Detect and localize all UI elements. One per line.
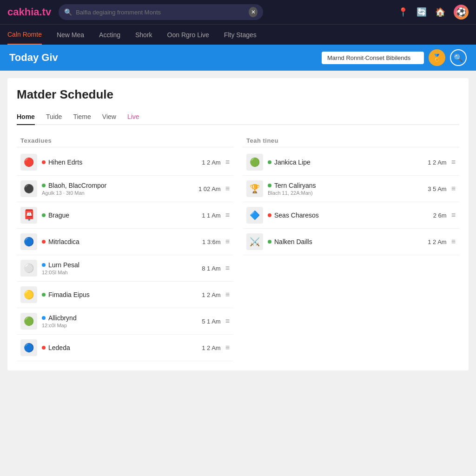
left-col-header: Texadiues: [17, 134, 233, 147]
search-icon: 🔍: [64, 8, 72, 16]
team-logo: 🟢: [246, 154, 263, 171]
nav-link-caln-romte[interactable]: Caln Romte: [7, 25, 42, 45]
time-info: 5 1 Am: [202, 318, 220, 325]
status-dot: [42, 316, 46, 320]
team-name: Blaoh, BlacCrompor: [42, 182, 194, 189]
team-info: Fimadia Eipus: [42, 291, 197, 298]
menu-icon[interactable]: ≡: [451, 158, 456, 166]
team-info: Nalken Daills: [268, 238, 423, 245]
team-name: Nalken Daills: [268, 238, 423, 245]
tabs: Home Tuide Tieme View Live: [17, 109, 459, 125]
second-navbar: Caln Romte New Mea Accting Shork Oon Rgr…: [0, 24, 476, 45]
table-row: 🔷 Seas Charesos 2 6m ≡: [243, 202, 459, 229]
team-name: Fimadia Eipus: [42, 291, 197, 298]
team-logo: ⚪: [20, 260, 37, 277]
status-dot: [42, 160, 46, 164]
time-info: 1 02 Am: [198, 185, 221, 192]
tab-view[interactable]: View: [102, 109, 116, 125]
team-info: Allicbrynd 12:c0l Map: [42, 314, 197, 328]
team-info: Lededa: [42, 344, 197, 351]
menu-icon[interactable]: ≡: [225, 238, 230, 246]
time-info: 1 2 Am: [428, 238, 446, 245]
search-input[interactable]: [76, 9, 245, 16]
table-row: ⚔️ Nalken Daills 1 2 Am ≡: [243, 229, 459, 255]
team-name: Lurn Pesal: [42, 261, 197, 269]
right-col-header: Teah tineu: [243, 134, 459, 147]
table-row: ⚪ Lurn Pesal 12:0Sl Mah 8 1 Am ≡: [17, 255, 233, 282]
menu-icon[interactable]: ≡: [225, 158, 230, 166]
banner-avatar[interactable]: 🏅: [429, 49, 445, 66]
menu-icon[interactable]: ≡: [225, 185, 230, 193]
team-info: Seas Charesos: [268, 212, 429, 219]
menu-icon[interactable]: ≡: [225, 344, 230, 352]
team-name: Tern Caliryans: [268, 182, 423, 189]
team-logo: 🔵: [20, 233, 37, 250]
nav-link-shork[interactable]: Shork: [135, 26, 152, 44]
status-dot: [42, 346, 46, 350]
time-info: 1 1 Am: [202, 212, 220, 219]
schedule-grid: Texadiues 🔴 Hihen Edrts 1 2 Am ≡ ⚫: [17, 134, 459, 361]
menu-icon[interactable]: ≡: [451, 238, 456, 246]
time-info: 1 2 Am: [428, 159, 446, 166]
user-avatar[interactable]: ⚽: [454, 5, 469, 20]
logo-tv: .tv: [40, 6, 52, 18]
tab-tuide[interactable]: Tuide: [46, 109, 62, 125]
left-column: Texadiues 🔴 Hihen Edrts 1 2 Am ≡ ⚫: [17, 134, 233, 361]
table-row: 🔴 Hihen Edrts 1 2 Am ≡: [17, 149, 233, 176]
menu-icon[interactable]: ≡: [225, 317, 230, 325]
status-dot: [268, 213, 271, 217]
team-info: Hihen Edrts: [42, 159, 197, 166]
blue-banner: Today Giv Marnd Ronnit·Conset Bibilends …: [0, 45, 476, 71]
tab-live[interactable]: Live: [127, 109, 139, 125]
home-icon[interactable]: 🏠: [435, 7, 445, 17]
search-bar: 🔍 ✕: [59, 4, 263, 20]
nav-link-accting[interactable]: Accting: [99, 26, 120, 44]
nav-link-oon-rgro-live[interactable]: Oon Rgro Live: [167, 26, 209, 44]
clear-search-button[interactable]: ✕: [249, 7, 258, 17]
team-name: Jankica Lipe: [268, 159, 423, 166]
team-logo: ⚔️: [246, 233, 263, 250]
team-info: Lurn Pesal 12:0Sl Mah: [42, 261, 197, 275]
nav-link-flty-stages[interactable]: Flty Stages: [224, 26, 257, 44]
time-info: 3 5 Am: [428, 185, 446, 192]
time-info: 2 6m: [433, 212, 447, 219]
refresh-icon[interactable]: 🔄: [416, 7, 427, 17]
team-name: Brague: [42, 212, 197, 219]
team-logo: 🔴: [20, 154, 37, 171]
page-title: Matder Schedule: [17, 87, 459, 102]
status-dot: [268, 160, 271, 164]
nav-icons: 📍 🔄 🏠 ⚽: [398, 5, 469, 20]
tab-home[interactable]: Home: [17, 109, 35, 125]
team-info: Jankica Lipe: [268, 159, 423, 166]
location-icon[interactable]: 📍: [398, 7, 408, 17]
time-info: 1 2 Am: [202, 344, 220, 351]
status-dot: [42, 293, 46, 297]
status-dot: [42, 240, 46, 244]
time-info: 1 2 Am: [202, 291, 220, 298]
menu-icon[interactable]: ≡: [225, 211, 230, 219]
status-dot: [42, 184, 46, 187]
logo-text: cakhia: [7, 6, 40, 18]
team-info: Mitrlacdica: [42, 238, 198, 245]
status-dot: [42, 263, 46, 267]
team-logo: 🔵: [20, 339, 37, 356]
team-logo: ⚫: [20, 180, 37, 197]
team-logo: 🟡: [20, 286, 37, 303]
banner-right: Marnd Ronnit·Conset Bibilends 🏅 🔍: [322, 49, 467, 66]
tab-tieme[interactable]: Tieme: [73, 109, 91, 125]
menu-icon[interactable]: ≡: [225, 291, 230, 299]
site-logo[interactable]: cakhia.tv: [7, 6, 51, 18]
time-info: 1 3:6m: [202, 238, 221, 245]
menu-icon[interactable]: ≡: [451, 185, 456, 193]
menu-icon[interactable]: ≡: [225, 264, 230, 272]
time-info: 8 1 Am: [202, 265, 220, 272]
banner-search-box[interactable]: Marnd Ronnit·Conset Bibilends: [322, 52, 424, 64]
right-column: Teah tineu 🟢 Jankica Lipe 1 2 Am ≡ 🏆: [243, 134, 459, 361]
status-dot: [268, 184, 271, 187]
nav-link-new-mea[interactable]: New Mea: [57, 26, 84, 44]
time-info: 1 2 Am: [202, 159, 220, 166]
team-name: Allicbrynd: [42, 314, 197, 322]
menu-icon[interactable]: ≡: [451, 211, 456, 219]
team-info: Tern Caliryans Blach 11, 22A:Man): [268, 182, 423, 196]
banner-search-icon[interactable]: 🔍: [450, 49, 467, 66]
